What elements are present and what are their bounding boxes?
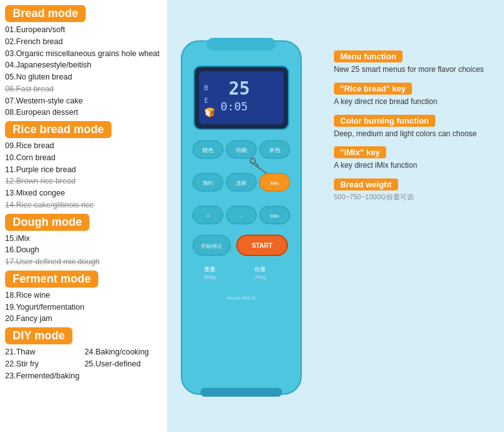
- list-item: 01.European/soft: [5, 24, 165, 36]
- svg-text:750g: 750g: [255, 274, 266, 280]
- list-item: 24.Baking/cooking: [84, 346, 149, 358]
- svg-text:🍞: 🍞: [204, 107, 215, 118]
- svg-text:B: B: [204, 84, 209, 92]
- svg-text:+: +: [207, 213, 210, 219]
- mode-section: Bread mode01.European/soft02.French brea…: [5, 5, 165, 119]
- callout-badge: Color burning function: [334, 115, 435, 127]
- list-item: 04.Japanesestyle/beitish: [5, 59, 165, 71]
- mode-badge: DIY mode: [5, 327, 72, 344]
- callout-item: "Rice bread" keyA key direct rice bread …: [334, 83, 501, 107]
- list-item: 15.iMix: [5, 233, 165, 245]
- list-item: 02.French bread: [5, 36, 165, 48]
- mode-badge: Ferment mode: [5, 271, 98, 288]
- list-item: 11.Purple rice bread: [5, 164, 165, 176]
- callout-badge: "Rice bread" key: [334, 83, 412, 95]
- list-item: 06.Fast bread: [5, 83, 165, 95]
- svg-text:米包: 米包: [269, 147, 280, 153]
- list-item: 16.Dough: [5, 244, 165, 256]
- list-item: 05.No gluten bread: [5, 71, 165, 83]
- machine-illustration: 25 0:05 B E 🍞 烧色 功能 米包 预约 选择 iMix + - iM…: [169, 28, 314, 409]
- callout-item: Bread weight500~750~1000G份量可选: [334, 178, 501, 202]
- list-item: 14.Rice cake/glitinois rice: [5, 199, 165, 211]
- callout-panel: Menu functionNew 25 smart menus for more…: [334, 50, 501, 209]
- callout-badge: Menu function: [334, 50, 403, 62]
- list-item: 07.Western-style cake: [5, 95, 165, 107]
- svg-text:iMix: iMix: [270, 213, 279, 219]
- svg-text:预约: 预约: [203, 180, 213, 186]
- mode-section: Rice bread mode09.Rice bread10.Corn brea…: [5, 121, 165, 211]
- svg-rect-1: [207, 38, 276, 50]
- svg-text:选择: 选择: [236, 180, 246, 186]
- callout-item: Menu functionNew 25 smart menus for more…: [334, 50, 501, 75]
- mode-section: Dough mode15.iMix16.Dough17.User-defined…: [5, 214, 165, 268]
- svg-text:25: 25: [229, 78, 250, 99]
- list-item: 22.Stir fry: [5, 358, 79, 370]
- svg-text:-: -: [241, 213, 243, 219]
- svg-text:iMix: iMix: [270, 180, 279, 186]
- svg-text:重量: 重量: [204, 266, 215, 272]
- list-item: 25.User-defined: [84, 358, 149, 370]
- svg-text:0:05: 0:05: [220, 100, 248, 113]
- svg-text:E: E: [204, 96, 209, 105]
- list-item: 09.Rice bread: [5, 140, 165, 152]
- mode-badge: Dough mode: [5, 214, 89, 231]
- list-item: 17.User-defined mix dough: [5, 256, 165, 268]
- list-item: 08.European dessert: [5, 107, 165, 119]
- callout-item: Color burning functionDeep, medium and l…: [334, 115, 501, 139]
- callout-text: New 25 smart menus for more flavor choic…: [334, 64, 501, 75]
- callout-badge: "iMix" key: [334, 146, 386, 158]
- list-item: 23.Fermented/baking: [5, 370, 79, 382]
- mode-section: DIY mode21.Thaw22.Stir fry23.Fermented/b…: [5, 327, 165, 384]
- list-item: 20.Fancy jam: [5, 313, 165, 325]
- list-item: 18.Rice wine: [5, 289, 165, 301]
- callout-subtext: 500~750~1000G份量可选: [334, 192, 501, 202]
- callout-text: A key direct rice bread function: [334, 96, 501, 107]
- list-item: 19.Yogurt/fermentation: [5, 301, 165, 313]
- svg-text:START: START: [252, 242, 273, 249]
- mode-badge: Bread mode: [5, 5, 86, 22]
- callout-text: Deep, medium and light colors can choose: [334, 129, 501, 139]
- list-item: 21.Thaw: [5, 346, 79, 358]
- list-item: 13.Mixed congee: [5, 187, 165, 199]
- svg-text:烧色: 烧色: [202, 147, 214, 153]
- mode-section: Ferment mode18.Rice wine19.Yogurt/fermen…: [5, 271, 165, 325]
- callout-text: A key direct iMix function: [334, 160, 501, 171]
- svg-text:份量: 份量: [255, 266, 266, 272]
- list-item: 10.Corn bread: [5, 152, 165, 164]
- callout-badge: Bread weight: [334, 178, 398, 190]
- left-panel: Bread mode01.European/soft02.French brea…: [0, 0, 170, 432]
- svg-text:开始/停止: 开始/停止: [201, 243, 222, 249]
- mode-badge: Rice bread mode: [5, 121, 112, 138]
- callout-item: "iMix" keyA key direct iMix function: [334, 146, 501, 171]
- svg-text:功能: 功能: [236, 147, 247, 153]
- svg-text:Acces 500 G: Acces 500 G: [227, 295, 256, 301]
- list-item: 03.Organic miscellaneous grains hole whe…: [5, 48, 165, 60]
- svg-rect-39: [200, 388, 282, 397]
- list-item: 12.Brown rice bread: [5, 175, 165, 187]
- svg-text:500g: 500g: [204, 274, 215, 280]
